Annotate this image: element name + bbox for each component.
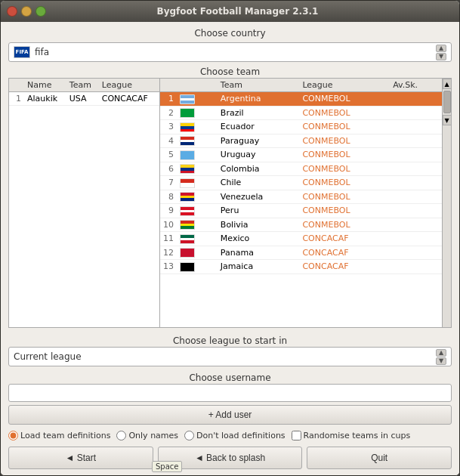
- row-flag-cell: [177, 246, 218, 260]
- row-flag-cell: [177, 204, 218, 218]
- flag-icon: [180, 234, 195, 244]
- minimize-button[interactable]: [21, 6, 32, 17]
- radio-dont-load[interactable]: Don't load definitions: [184, 431, 286, 440]
- row-team-name: Brazil: [218, 106, 300, 120]
- options-row: Load team definitions Only names Don't l…: [8, 431, 452, 440]
- radio-only-names-input[interactable]: [116, 431, 126, 440]
- window-title: Bygfoot Football Manager 2.3.1: [52, 6, 423, 17]
- right-table-row[interactable]: 1 Argentina CONMEBOL: [160, 92, 442, 107]
- row-avsk: [390, 246, 442, 260]
- row-num: 12: [160, 246, 177, 260]
- row-avsk: [390, 204, 442, 218]
- right-table-row[interactable]: 10 Bolivia CONMEBOL: [160, 218, 442, 232]
- right-table-row[interactable]: 8 Venezuela CONMEBOL: [160, 190, 442, 204]
- right-table-row[interactable]: 9 Peru CONMEBOL: [160, 204, 442, 218]
- row-league: CONMEBOL: [299, 120, 390, 134]
- row-team-name: Ecuador: [218, 120, 300, 134]
- right-table-row[interactable]: 11 Mexico CONCACAF: [160, 232, 442, 246]
- country-selected: fifa: [35, 47, 436, 57]
- row-num: 7: [160, 176, 177, 190]
- row-flag-cell: [177, 162, 218, 176]
- row-league: CONMEBOL: [299, 162, 390, 176]
- maximize-button[interactable]: [36, 6, 46, 17]
- scrollbar[interactable]: ▲ ▼: [442, 79, 451, 327]
- checkbox-randomise[interactable]: Randomise teams in cups: [292, 431, 411, 440]
- row-avsk: [390, 106, 442, 120]
- radio-load-definitions[interactable]: Load team definitions: [8, 431, 110, 440]
- row-team-name: Jamaica: [218, 260, 300, 274]
- row-flag-cell: [177, 106, 218, 120]
- left-table-row[interactable]: 1 Alaukik USA CONCACAF: [9, 92, 159, 106]
- radio-dont-load-input[interactable]: [184, 431, 194, 440]
- checkbox-randomise-input[interactable]: [292, 431, 301, 440]
- right-table-row[interactable]: 7 Chile CONMEBOL: [160, 176, 442, 190]
- row-flag-cell: [177, 218, 218, 232]
- flag-icon: [180, 206, 195, 216]
- right-table-row[interactable]: 12 Panama CONCACAF: [160, 246, 442, 260]
- right-col-flag: [177, 79, 218, 92]
- back-to-splash-button[interactable]: ◄ Back to splash: [158, 447, 303, 469]
- flag-icon: [180, 122, 195, 132]
- row-avsk: [390, 92, 442, 107]
- right-team-table[interactable]: Team League Av.Sk. 1 Argentina CONMEBOL …: [160, 79, 442, 327]
- row-flag-cell: [177, 134, 218, 148]
- row-avsk: [390, 120, 442, 134]
- league-spinner-down[interactable]: ▼: [436, 357, 446, 365]
- row-num: 4: [160, 134, 177, 148]
- left-col-empty: [9, 79, 24, 92]
- username-input[interactable]: [8, 384, 452, 402]
- right-table-row[interactable]: 5 Uruguay CONMEBOL: [160, 148, 442, 162]
- right-table-row[interactable]: 3 Ecuador CONMEBOL: [160, 120, 442, 134]
- country-selector[interactable]: FIFA fifa ▲ ▼: [8, 42, 452, 62]
- radio-load-definitions-input[interactable]: [8, 431, 18, 440]
- league-selected: Current league: [14, 351, 436, 362]
- radio-only-names[interactable]: Only names: [116, 431, 178, 440]
- scroll-down-button[interactable]: ▼: [443, 115, 452, 125]
- quit-button[interactable]: Quit: [307, 447, 452, 469]
- fifa-icon: FIFA: [14, 46, 30, 58]
- row-flag-cell: [177, 120, 218, 134]
- bottom-buttons: ◄ Start ◄ Back to splash Quit Space: [8, 447, 452, 469]
- row-flag-cell: [177, 92, 218, 107]
- start-button[interactable]: ◄ Start: [8, 447, 153, 469]
- main-content: Choose country FIFA fifa ▲ ▼ Choose team: [1, 22, 459, 475]
- row-team-name: Uruguay: [218, 148, 300, 162]
- username-section: Choose username + Add user: [8, 371, 452, 425]
- row-league: CONCACAF: [299, 246, 390, 260]
- teams-tables: Name Team League 1 Alaukik USA CONCACAF: [8, 78, 452, 328]
- right-col-avsk: Av.Sk.: [390, 79, 442, 92]
- row-num: 8: [160, 190, 177, 204]
- row-team-name: Colombia: [218, 162, 300, 176]
- league-spinner[interactable]: ▲ ▼: [436, 349, 446, 365]
- country-spinner[interactable]: ▲ ▼: [436, 45, 446, 60]
- flag-icon: [180, 248, 195, 258]
- row-team-name: Bolivia: [218, 218, 300, 232]
- back-label: ◄ Back to splash: [195, 453, 265, 463]
- right-table-row[interactable]: 2 Brazil CONMEBOL: [160, 106, 442, 120]
- right-table-row[interactable]: 6 Colombia CONMEBOL: [160, 162, 442, 176]
- row-avsk: [390, 190, 442, 204]
- row-flag-cell: [177, 148, 218, 162]
- right-table-row[interactable]: 4 Paraguay CONMEBOL: [160, 134, 442, 148]
- checkbox-randomise-label: Randomise teams in cups: [304, 431, 411, 440]
- league-selector[interactable]: Current league ▲ ▼: [8, 347, 452, 366]
- flag-icon: [180, 192, 195, 202]
- row-num: 3: [160, 120, 177, 134]
- flag-icon: [180, 94, 195, 104]
- right-col-num: [160, 79, 177, 92]
- scrollbar-thumb[interactable]: [443, 91, 451, 113]
- close-button[interactable]: [7, 6, 17, 17]
- row-league: CONCACAF: [99, 92, 159, 106]
- row-team-name: Venezuela: [218, 190, 300, 204]
- row-avsk: [390, 148, 442, 162]
- add-user-button[interactable]: + Add user: [8, 405, 452, 425]
- league-spinner-up[interactable]: ▲: [436, 349, 446, 357]
- row-flag-cell: [177, 260, 218, 274]
- league-label: Choose league to start in: [8, 335, 452, 346]
- scroll-up-button[interactable]: ▲: [443, 79, 452, 89]
- row-avsk: [390, 232, 442, 246]
- row-num: 5: [160, 148, 177, 162]
- country-spinner-up[interactable]: ▲: [436, 45, 446, 52]
- right-table-row[interactable]: 13 Jamaica CONCACAF: [160, 260, 442, 274]
- country-spinner-down[interactable]: ▼: [436, 53, 446, 60]
